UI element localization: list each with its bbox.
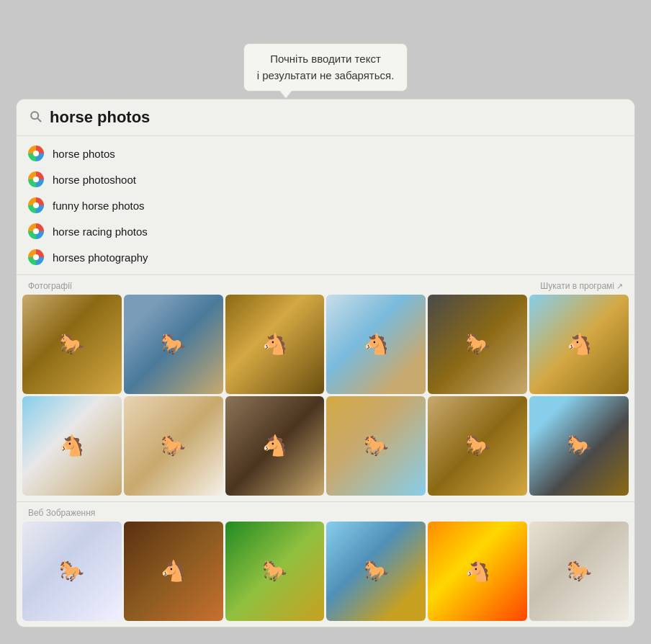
search-in-app-link[interactable]: Шукати в програмі ↗ bbox=[540, 281, 623, 291]
photo-thumb-p3[interactable]: 🐴 bbox=[225, 295, 325, 394]
tooltip-container: Почніть вводити текст і результати не за… bbox=[16, 43, 635, 91]
web-thumb-w5[interactable]: 🐴 bbox=[428, 522, 527, 621]
photo-thumb-p8[interactable]: 🐎 bbox=[124, 396, 223, 496]
tooltip-line1: Почніть вводити текст bbox=[270, 53, 381, 65]
photo-thumb-image: 🐎 bbox=[428, 295, 527, 394]
photo-thumb-image: 🐴 bbox=[326, 295, 426, 394]
safari-icon bbox=[28, 171, 44, 187]
web-thumb-image: 🐴 bbox=[124, 522, 223, 621]
safari-icon bbox=[28, 197, 44, 213]
suggestion-text: horses photography bbox=[53, 251, 148, 264]
photo-thumb-image: 🐎 bbox=[124, 396, 223, 496]
photo-thumb-p9[interactable]: 🐴 bbox=[225, 396, 325, 496]
suggestion-text: horse racing photos bbox=[53, 225, 148, 238]
suggestion-item-s2[interactable]: horse photoshoot bbox=[17, 166, 634, 192]
web-thumb-w4[interactable]: 🐎 bbox=[326, 522, 426, 621]
photo-thumb-image: 🐴 bbox=[225, 295, 325, 394]
photo-thumb-p4[interactable]: 🐴 bbox=[326, 295, 426, 394]
photo-thumb-image: 🐎 bbox=[124, 295, 223, 394]
photo-thumb-p5[interactable]: 🐎 bbox=[428, 295, 527, 394]
external-link-icon: ↗ bbox=[616, 282, 623, 291]
suggestion-item-s3[interactable]: funny horse photos bbox=[17, 192, 634, 218]
photo-thumb-p12[interactable]: 🐎 bbox=[529, 396, 629, 496]
photos-grid: 🐎🐎🐴🐴🐎🐴🐴🐎🐴🐎🐎🐎 bbox=[17, 295, 634, 501]
web-thumb-image: 🐴 bbox=[428, 522, 527, 621]
suggestion-text: horse photoshoot bbox=[53, 174, 136, 186]
web-thumb-w1[interactable]: 🐎 bbox=[22, 522, 122, 621]
web-section-title: Веб Зображення bbox=[28, 508, 95, 518]
photo-thumb-p6[interactable]: 🐴 bbox=[529, 295, 629, 394]
web-thumb-w3[interactable]: 🐎 bbox=[225, 522, 325, 621]
suggestion-item-s5[interactable]: horses photography bbox=[17, 244, 634, 270]
photo-thumb-p1[interactable]: 🐎 bbox=[22, 295, 122, 394]
photo-thumb-p11[interactable]: 🐎 bbox=[428, 396, 527, 496]
photo-thumb-image: 🐎 bbox=[428, 396, 527, 496]
suggestion-text: funny horse photos bbox=[53, 200, 145, 212]
photo-thumb-p7[interactable]: 🐴 bbox=[22, 396, 122, 496]
suggestions-list: horse photoshorse photoshootfunny horse … bbox=[17, 136, 634, 274]
web-thumb-w2[interactable]: 🐴 bbox=[124, 522, 223, 621]
suggestion-text: horse photos bbox=[53, 148, 115, 160]
photo-thumb-p2[interactable]: 🐎 bbox=[124, 295, 223, 394]
web-images-grid: 🐎🐴🐎🐎🐴🐎 bbox=[17, 522, 634, 627]
safari-icon bbox=[28, 249, 44, 265]
search-panel: horse photoshorse photoshootfunny horse … bbox=[16, 99, 635, 627]
photo-thumb-image: 🐴 bbox=[225, 396, 325, 496]
photo-thumb-p10[interactable]: 🐎 bbox=[326, 396, 426, 496]
tooltip-line2: і результати не забаряться. bbox=[257, 69, 395, 81]
web-thumb-image: 🐎 bbox=[529, 522, 629, 621]
photo-thumb-image: 🐴 bbox=[529, 295, 629, 394]
web-thumb-image: 🐎 bbox=[225, 522, 325, 621]
photo-thumb-image: 🐎 bbox=[22, 295, 122, 394]
search-icon bbox=[28, 109, 42, 126]
web-thumb-image: 🐎 bbox=[22, 522, 122, 621]
web-thumb-w6[interactable]: 🐎 bbox=[529, 522, 629, 621]
web-thumb-image: 🐎 bbox=[326, 522, 426, 621]
web-section-header: Веб Зображення bbox=[17, 501, 634, 522]
safari-icon bbox=[28, 223, 44, 239]
photo-thumb-image: 🐎 bbox=[529, 396, 629, 496]
photos-section-header: Фотографії Шукати в програмі ↗ bbox=[17, 274, 634, 295]
suggestion-item-s1[interactable]: horse photos bbox=[17, 140, 634, 166]
tooltip-bubble: Почніть вводити текст і результати не за… bbox=[243, 43, 408, 91]
safari-icon bbox=[28, 146, 44, 161]
photo-thumb-image: 🐴 bbox=[22, 396, 122, 496]
search-bar bbox=[17, 99, 634, 136]
suggestion-item-s4[interactable]: horse racing photos bbox=[17, 218, 634, 244]
photos-section-title: Фотографії bbox=[28, 281, 72, 291]
search-input[interactable] bbox=[50, 108, 623, 127]
photo-thumb-image: 🐎 bbox=[326, 396, 426, 496]
